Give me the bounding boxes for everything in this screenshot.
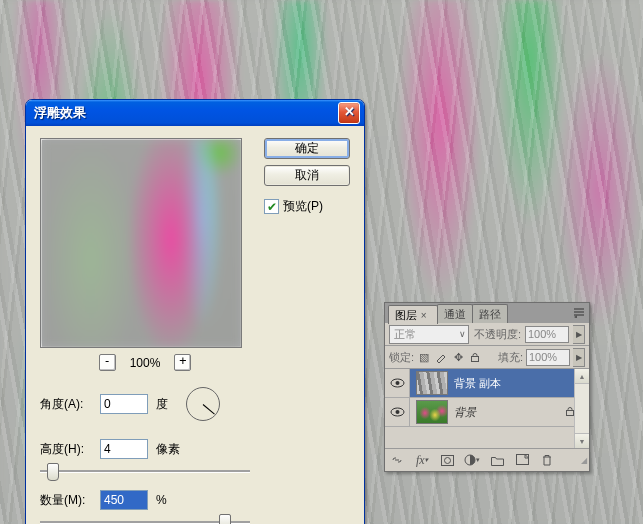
opacity-input[interactable]: 100% [525,326,569,343]
height-label: 高度(H): [40,441,94,458]
close-icon[interactable]: × [418,310,427,321]
ok-button[interactable]: 确定 [264,138,350,159]
lock-label: 锁定: [389,350,414,365]
panel-tabs: 图层 × 通道 路径 [385,303,589,323]
adjustment-layer-icon[interactable]: ▾ [464,452,480,468]
amount-unit: % [156,493,167,507]
svg-rect-0 [472,356,479,361]
blend-mode-select[interactable]: 正常∨ [389,325,469,344]
lock-all-icon[interactable] [468,350,482,364]
tab-channels[interactable]: 通道 [437,304,473,323]
layer-group-icon[interactable] [489,452,505,468]
angle-unit: 度 [156,396,168,413]
layer-row[interactable]: 背景 [385,398,589,427]
tab-paths[interactable]: 路径 [472,304,508,323]
dialog-title: 浮雕效果 [34,104,338,122]
zoom-out-button[interactable]: - [99,354,116,371]
panel-scrollbar[interactable]: ▲ ▼ [574,369,589,448]
chevron-down-icon: ∨ [459,329,466,339]
filter-preview[interactable] [40,138,242,348]
amount-input[interactable] [100,490,148,510]
amount-slider[interactable] [40,513,250,524]
layer-style-icon[interactable]: fx▾ [414,452,430,468]
dialog-titlebar[interactable]: 浮雕效果 ✕ [26,100,364,126]
layer-list: 背景 副本 背景 ▲ ▼ [385,369,589,448]
cancel-button[interactable]: 取消 [264,165,350,186]
height-unit: 像素 [156,441,180,458]
preview-checkbox[interactable]: ✔ [264,199,279,214]
resize-grip-icon[interactable]: ◢ [581,456,585,465]
angle-label: 角度(A): [40,396,94,413]
angle-dial[interactable] [186,387,220,421]
link-layers-icon[interactable] [389,452,405,468]
amount-label: 数量(M): [40,492,94,509]
height-input[interactable] [100,439,148,459]
delete-layer-icon[interactable] [539,452,555,468]
emboss-dialog: 浮雕效果 ✕ - 100% + 角度(A): 度 高度(H): [25,99,365,524]
panel-menu-button[interactable] [572,307,586,319]
lock-position-icon[interactable]: ✥ [451,350,465,364]
preview-label: 预览(P) [283,198,323,215]
zoom-in-button[interactable]: + [174,354,191,371]
svg-rect-5 [567,410,574,415]
lock-transparency-icon[interactable]: ▧ [417,350,431,364]
svg-point-2 [395,381,399,385]
panel-footer: fx▾ ▾ ◢ [385,448,589,471]
layer-name: 背景 副本 [454,376,501,391]
layer-thumbnail[interactable] [416,400,448,424]
layer-name: 背景 [454,405,476,420]
svg-point-7 [444,457,450,463]
lock-pixels-icon[interactable] [434,350,448,364]
opacity-label: 不透明度: [474,327,521,342]
layer-mask-icon[interactable] [439,452,455,468]
layer-row[interactable]: 背景 副本 [385,369,589,398]
visibility-toggle[interactable] [385,369,410,397]
angle-input[interactable] [100,394,148,414]
close-button[interactable]: ✕ [338,102,360,124]
tab-layers[interactable]: 图层 × [388,305,438,324]
layers-panel: 图层 × 通道 路径 正常∨ 不透明度: 100% ▶ 锁定: ▧ ✥ 填充: … [384,302,590,472]
visibility-toggle[interactable] [385,398,410,426]
zoom-value: 100% [130,356,161,370]
new-layer-icon[interactable] [514,452,530,468]
fill-slider-button[interactable]: ▶ [573,348,585,367]
layer-thumbnail[interactable] [416,371,448,395]
svg-point-4 [395,410,399,414]
height-slider[interactable] [40,462,250,480]
fill-label: 填充: [498,350,523,365]
opacity-slider-button[interactable]: ▶ [573,325,585,344]
fill-input[interactable]: 100% [526,349,570,366]
